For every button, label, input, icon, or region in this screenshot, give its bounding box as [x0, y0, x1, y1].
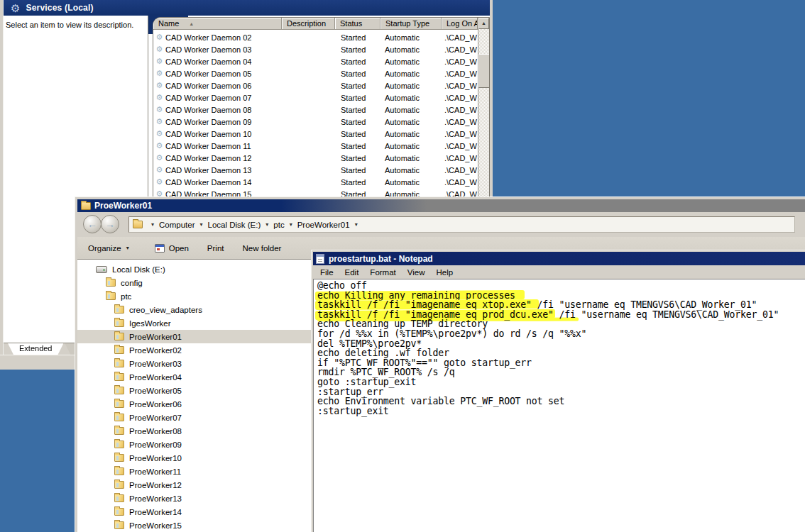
forward-button[interactable]: →	[101, 215, 119, 233]
scroll-up-icon[interactable]: ▲	[478, 18, 489, 29]
service-name: CAD Worker Daemon 05	[165, 70, 282, 78]
tree-item[interactable]: ProeWorker04	[77, 370, 312, 384]
tree-item-icon	[114, 333, 124, 340]
breadcrumb-segment[interactable]: ProeWorker01 ▾	[297, 221, 363, 229]
tree-item[interactable]: ProeWorker07	[77, 411, 312, 424]
chevron-down-icon[interactable]: ▾	[290, 221, 292, 228]
service-status: Started	[335, 33, 380, 42]
service-startup-type: Automatic	[380, 154, 442, 162]
service-status: Started	[335, 154, 380, 162]
service-row[interactable]: ⚙ CAD Worker Daemon 10 Started Automatic…	[153, 128, 478, 140]
menu-item[interactable]: Help	[431, 268, 459, 277]
notepad-icon	[316, 254, 324, 264]
tree-item-icon	[114, 508, 124, 516]
service-row[interactable]: ⚙ CAD Worker Daemon 06 Started Automatic…	[153, 79, 478, 92]
tree-item-label: ProeWorker02	[129, 346, 182, 355]
tree-item[interactable]: IgesWorker	[77, 316, 312, 330]
print-button[interactable]: Print	[207, 244, 224, 253]
tree-item[interactable]: ProeWorker06	[77, 397, 312, 411]
tree-item-label: ptc	[121, 292, 131, 301]
column-header-description[interactable]: Description	[282, 18, 335, 30]
service-log-on-as: .\CAD_W	[442, 130, 478, 138]
notepad-title-bar[interactable]: proestartup.bat - Notepad	[313, 252, 805, 265]
back-button[interactable]: ←	[83, 215, 102, 233]
scrollbar-thumb[interactable]	[478, 54, 490, 88]
tree-item-label: ProeWorker04	[129, 373, 182, 382]
service-name: CAD Worker Daemon 08	[165, 106, 282, 114]
service-row[interactable]: ⚙ CAD Worker Daemon 03 Started Automatic…	[153, 43, 478, 55]
service-startup-type: Automatic	[380, 130, 442, 138]
service-row[interactable]: ⚙ CAD Worker Daemon 02 Started Automatic…	[153, 31, 478, 43]
menu-item[interactable]: Format	[364, 268, 401, 277]
column-header-status[interactable]: Status	[335, 18, 380, 30]
service-status: Started	[335, 94, 380, 102]
tree-item-label: config	[121, 279, 143, 287]
chevron-down-icon[interactable]: ▾	[355, 221, 358, 228]
tree-item-icon	[114, 400, 124, 408]
column-header-log-on-as[interactable]: Log On A	[442, 18, 478, 30]
breadcrumb-segment[interactable]: Computer ▾	[159, 221, 208, 229]
breadcrumb-segment[interactable]: Local Disk (E:) ▾	[208, 221, 274, 229]
tree-item[interactable]: ProeWorker13	[77, 492, 312, 505]
service-row[interactable]: ⚙ CAD Worker Daemon 14 Started Automatic…	[153, 176, 478, 188]
tree-item[interactable]: ProeWorker10	[77, 451, 312, 465]
service-row[interactable]: ⚙ CAD Worker Daemon 09 Started Automatic…	[153, 116, 478, 128]
service-gear-icon: ⚙	[153, 177, 165, 187]
service-name: CAD Worker Daemon 14	[165, 178, 282, 187]
tree-item-label: ProeWorker13	[129, 494, 182, 503]
tree-item-label: ProeWorker07	[129, 414, 182, 422]
service-startup-type: Automatic	[380, 70, 442, 78]
services-title: Services (Local)	[26, 3, 93, 13]
service-row[interactable]: ⚙ CAD Worker Daemon 05 Started Automatic…	[153, 67, 478, 79]
column-header-name[interactable]: Name ▲	[153, 18, 282, 30]
tree-item[interactable]: ProeWorker02	[77, 343, 312, 357]
service-row[interactable]: ⚙ CAD Worker Daemon 08 Started Automatic…	[153, 104, 478, 116]
service-row[interactable]: ⚙ CAD Worker Daemon 13 Started Automatic…	[153, 164, 478, 176]
service-name: CAD Worker Daemon 11	[165, 142, 282, 150]
notepad-title: proestartup.bat - Notepad	[329, 254, 433, 264]
tree-item[interactable]: ProeWorker15	[77, 519, 312, 532]
breadcrumb-segment[interactable]: ptc ▾	[273, 221, 297, 229]
organize-button[interactable]: Organize ▾	[88, 244, 129, 253]
notepad-text-area[interactable]: @echo offecho Killing any remaining proc…	[313, 279, 805, 532]
tree-item-label: Local Disk (E:)	[112, 265, 165, 274]
service-row[interactable]: ⚙ CAD Worker Daemon 07 Started Automatic…	[153, 92, 478, 104]
mmc-view-tab[interactable]: Extended	[8, 343, 63, 355]
tree-item[interactable]: ProeWorker03	[77, 357, 312, 370]
service-gear-icon: ⚙	[153, 117, 165, 126]
service-status: Started	[335, 166, 380, 174]
tree-item[interactable]: creo_view_adapters	[77, 303, 312, 316]
new-folder-button[interactable]: New folder	[242, 244, 281, 253]
tree-item[interactable]: ProeWorker09	[77, 438, 312, 451]
tree-item[interactable]: ProeWorker05	[77, 384, 312, 397]
back-icon: ←	[87, 218, 97, 230]
chevron-down-icon[interactable]: ▾	[200, 221, 203, 228]
tree-item[interactable]: Local Disk (E:)	[77, 262, 312, 276]
tree-item[interactable]: ProeWorker11	[77, 465, 312, 478]
breadcrumb-bar[interactable]: ▾ Computer ▾ Local Disk (E:) ▾ ptc ▾ Pro…	[128, 216, 795, 233]
service-row[interactable]: ⚙ CAD Worker Daemon 11 Started Automatic…	[153, 140, 478, 152]
services-description-text: Select an item to view its description.	[4, 16, 148, 29]
tree-item[interactable]: ProeWorker01	[77, 330, 312, 343]
tree-item[interactable]: ProeWorker14	[77, 505, 312, 519]
service-status: Started	[335, 70, 380, 78]
menu-item[interactable]: View	[402, 268, 431, 277]
service-row[interactable]: ⚙ CAD Worker Daemon 04 Started Automatic…	[153, 55, 478, 67]
chevron-down-icon[interactable]: ▾	[151, 221, 154, 228]
batch-line: del %TEMP%\proe2pv*	[317, 339, 805, 349]
open-button[interactable]: Open	[155, 244, 189, 253]
services-vertical-scrollbar[interactable]: ▲	[478, 18, 489, 199]
tree-item[interactable]: config	[77, 276, 312, 289]
chevron-down-icon[interactable]: ▾	[265, 221, 268, 228]
menu-item[interactable]: File	[314, 268, 339, 277]
tree-item[interactable]: ProeWorker12	[77, 478, 312, 492]
tree-item[interactable]: ProeWorker08	[77, 424, 312, 438]
breadcrumb-folder-icon	[133, 221, 143, 228]
menu-item[interactable]: Edit	[339, 268, 365, 277]
service-row[interactable]: ⚙ CAD Worker Daemon 12 Started Automatic…	[153, 152, 478, 164]
services-column-headers: Name ▲ Description Status Startup Type L…	[153, 18, 478, 30]
column-header-startup-type[interactable]: Startup Type	[380, 18, 442, 30]
tree-item[interactable]: ptc	[77, 289, 312, 303]
explorer-title-bar[interactable]: ProeWorker01	[77, 199, 805, 212]
service-name: CAD Worker Daemon 09	[165, 118, 282, 126]
